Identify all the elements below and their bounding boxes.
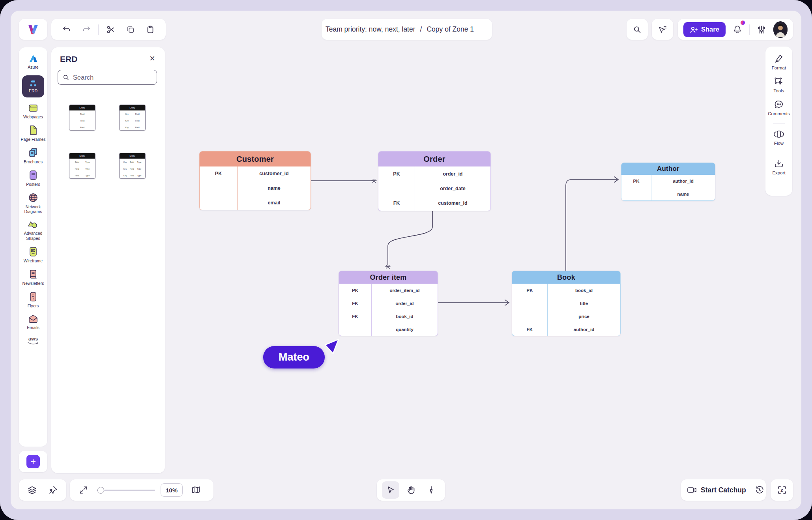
comments-button[interactable]: Comments (768, 99, 790, 116)
catchup-card: Start Catchup (681, 479, 766, 501)
breadcrumb-page-title[interactable]: Copy of Zone 1 (427, 25, 474, 34)
export-button[interactable]: Export (772, 159, 785, 175)
redo-button[interactable] (79, 22, 94, 37)
key-column: PK FK (378, 166, 415, 211)
minimap-button[interactable] (188, 482, 204, 498)
layers-button[interactable] (24, 482, 40, 498)
pen-tool-button[interactable] (423, 481, 440, 499)
entity-order-body: PK FK order_id order_date customer_id (378, 166, 490, 211)
right-toolbar: Format Tools Comments Flow Export (765, 47, 792, 196)
entity-order-item[interactable]: Order item PK FK FK order_item_id order_… (339, 271, 438, 336)
erd-icon (28, 80, 38, 87)
collaborator-cursor-icon (323, 336, 342, 357)
cut-button[interactable] (103, 22, 119, 37)
add-user-icon (690, 26, 698, 33)
erd-shapes-panel: ERD × Entity Field Field Field Entity Ke… (51, 47, 165, 473)
posters-icon (29, 170, 37, 180)
format-button[interactable]: Format (772, 54, 786, 70)
right-toolbar-divider (773, 123, 785, 123)
global-search-button[interactable] (627, 19, 648, 40)
entity-author[interactable]: Author PK author_id name (621, 163, 715, 201)
entity-book[interactable]: Book PK FK book_id title price author_id (512, 271, 621, 336)
flow-button[interactable]: Flow (774, 129, 784, 146)
toolbar-divider (98, 24, 99, 35)
sidebar-item-flyers[interactable]: Flyers (19, 292, 47, 308)
app-logo[interactable] (19, 19, 47, 40)
key-column: PK FK (512, 284, 548, 336)
shape-search[interactable] (58, 70, 157, 85)
advanced-shapes-icon (28, 220, 39, 229)
sidebar-item-wireframe[interactable]: Wireframe (19, 247, 47, 263)
sliders-icon (756, 24, 767, 35)
cursor-icon (386, 485, 395, 495)
wireframe-icon (29, 247, 37, 257)
entity-author-title: Author (621, 163, 715, 175)
sidebar-item-advanced-shapes[interactable]: Advanced Shapes (19, 220, 47, 240)
avatar-image (773, 21, 788, 38)
tools-button[interactable]: Tools (774, 77, 784, 93)
sidebar-item-aws[interactable]: aws (19, 336, 47, 345)
layers-pin-card (19, 479, 66, 501)
export-icon (774, 159, 784, 169)
field-column: author_id name (651, 175, 715, 200)
key-column: PK FK FK (339, 284, 372, 336)
sidebar-item-webpages[interactable]: Webpages (19, 103, 47, 119)
flow-icon (774, 129, 784, 139)
map-icon (191, 485, 201, 495)
sidebar-item-brochures[interactable]: Brochures (19, 148, 47, 164)
fit-to-screen-button[interactable] (75, 482, 91, 498)
erd-shape-entity-fields[interactable]: Entity Field Field Field (69, 105, 95, 131)
sidebar-item-emails[interactable]: Emails (19, 314, 47, 330)
pin-button[interactable] (45, 482, 61, 498)
add-library-button[interactable]: + (26, 455, 40, 468)
aws-swoosh (27, 342, 39, 345)
shape-library-sidebar: Azure ERD Webpages Page Frames Brochures… (19, 47, 47, 446)
sidebar-item-newsletters[interactable]: Newsletters (19, 269, 47, 286)
erd-shape-entity-field-type[interactable]: Entity FieldType FieldType FieldType (69, 153, 95, 179)
sidebar-item-erd-selected[interactable]: ERD (22, 75, 44, 97)
sidebar-item-posters[interactable]: Posters (19, 170, 47, 187)
sidebar-item-network-diagrams[interactable]: Network Diagrams (19, 193, 47, 214)
pan-tool-button[interactable] (402, 481, 420, 499)
undo-button[interactable] (59, 22, 75, 37)
sidebar-item-page-frames[interactable]: Page Frames (19, 125, 47, 142)
zone-tool-button[interactable]: z (774, 482, 790, 498)
erd-shape-entity-key-field[interactable]: Entity KeyField KeyField KeyField (119, 105, 146, 131)
breadcrumb-separator: / (420, 25, 422, 34)
zoom-level-value[interactable]: 10% (161, 483, 183, 497)
entity-order[interactable]: Order PK FK order_id order_date customer… (378, 151, 491, 211)
copy-button[interactable] (123, 22, 138, 37)
actions-divider (749, 24, 750, 35)
close-panel-button[interactable]: × (146, 52, 159, 65)
sidebar-item-azure[interactable]: Azure (19, 54, 47, 69)
emails-icon (28, 314, 38, 324)
zones-card: z (771, 479, 793, 501)
entity-book-body: PK FK book_id title price author_id (512, 284, 620, 336)
expand-icon (79, 485, 88, 495)
zoom-slider[interactable] (97, 490, 155, 491)
select-tool-button[interactable] (382, 481, 399, 499)
newsletters-icon (28, 269, 38, 279)
field-column: customer_id name email (238, 166, 311, 210)
search-icon (632, 25, 642, 34)
page-frames-icon (28, 125, 38, 135)
shape-search-input[interactable] (73, 74, 152, 81)
erd-shape-entity-key-field-type[interactable]: Entity KeyFieldType KeyFieldType KeyFiel… (119, 153, 146, 179)
entity-author-body: PK author_id name (621, 175, 715, 200)
preferences-button[interactable] (755, 22, 768, 37)
paste-clipboard-button[interactable] (142, 22, 158, 37)
history-button[interactable] (755, 482, 764, 498)
comments-icon (774, 99, 784, 110)
video-camera-icon (687, 486, 697, 494)
history-icon (755, 485, 764, 495)
notification-dot (741, 21, 745, 25)
field-column: order_id order_date customer_id (415, 166, 490, 211)
share-button[interactable]: Share (683, 22, 726, 37)
start-catchup-button[interactable]: Start Catchup (687, 486, 746, 494)
notifications-button[interactable] (731, 22, 744, 37)
breadcrumb-board-title[interactable]: Team priority: now, next, later (326, 25, 415, 34)
user-avatar[interactable] (773, 21, 788, 38)
entity-customer[interactable]: Customer PK customer_id name email (199, 151, 311, 210)
zoom-slider-knob[interactable] (97, 487, 104, 494)
present-follow-button[interactable] (652, 19, 673, 40)
